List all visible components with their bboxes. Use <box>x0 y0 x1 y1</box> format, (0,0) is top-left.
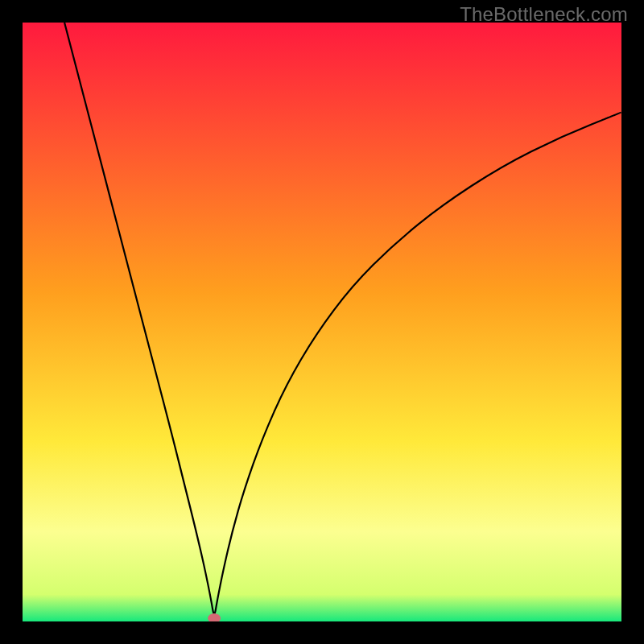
plot-area <box>23 23 621 621</box>
chart-svg <box>23 23 621 621</box>
gradient-background <box>23 23 621 621</box>
chart-frame: TheBottleneck.com <box>0 0 644 644</box>
